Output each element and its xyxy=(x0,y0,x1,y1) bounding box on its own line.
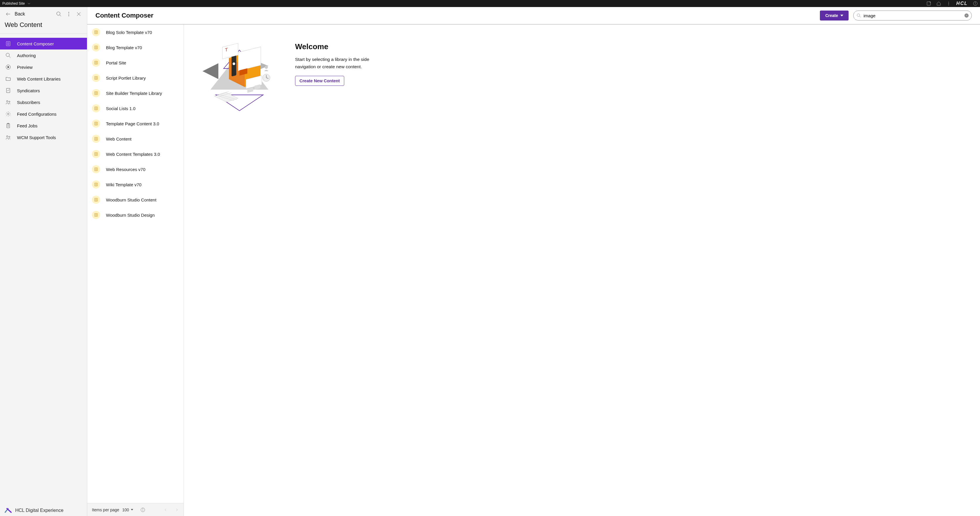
create-button-label: Create xyxy=(825,13,838,18)
search-icon xyxy=(856,13,861,18)
library-icon xyxy=(92,211,100,219)
site-selector[interactable]: Published Site xyxy=(2,1,31,6)
search-input[interactable] xyxy=(864,13,962,18)
library-item[interactable]: Portal Site xyxy=(87,55,183,70)
sidebar-title: Web Content xyxy=(0,20,87,34)
svg-rect-27 xyxy=(7,124,10,128)
library-item[interactable]: Script Portlet Library xyxy=(87,70,183,86)
site-selector-label: Published Site xyxy=(2,2,25,6)
svg-point-32 xyxy=(9,136,10,137)
hcl-logo: HCL xyxy=(956,1,968,6)
page-prev-icon[interactable] xyxy=(164,508,168,512)
create-new-content-button[interactable]: Create New Content xyxy=(295,76,344,86)
library-icon xyxy=(92,104,100,113)
svg-rect-23 xyxy=(6,88,10,93)
library-item[interactable]: Web Content Templates 3.0 xyxy=(87,147,183,162)
library-label: Web Content Templates 3.0 xyxy=(106,152,160,157)
library-label: Wiki Template v70 xyxy=(106,182,142,187)
nav-item-label: Subscribers xyxy=(17,100,40,105)
nav-item-content-composer[interactable]: Content Composer xyxy=(0,38,87,49)
nav-item-label: Feed Jobs xyxy=(17,123,37,128)
create-button[interactable]: Create xyxy=(820,11,849,21)
library-item[interactable]: Blog Template v70 xyxy=(87,40,183,55)
svg-line-34 xyxy=(859,16,861,17)
nav-item-web-content-libraries[interactable]: Web Content Libraries xyxy=(0,73,87,84)
svg-text:T: T xyxy=(225,46,228,53)
nav-item-label: Authoring xyxy=(17,53,36,58)
svg-point-19 xyxy=(6,53,10,57)
library-item[interactable]: Woodburn Studio Content xyxy=(87,192,183,207)
welcome-pane: T xyxy=(184,25,980,516)
info-icon[interactable] xyxy=(140,507,145,513)
gear-icon xyxy=(5,111,11,117)
home-icon[interactable] xyxy=(936,1,941,6)
folder-icon xyxy=(5,76,11,82)
back-button[interactable]: Back xyxy=(5,11,25,17)
nav-item-feed-jobs[interactable]: Feed Jobs xyxy=(0,120,87,132)
library-label: Script Portlet Library xyxy=(106,76,146,81)
nav-item-syndicators[interactable]: Syndicators xyxy=(0,84,87,96)
library-icon xyxy=(92,150,100,158)
chevron-down-icon xyxy=(27,1,31,6)
library-icon xyxy=(92,180,100,189)
svg-point-25 xyxy=(9,101,10,102)
nav-item-label: Syndicators xyxy=(17,88,40,93)
svg-point-10 xyxy=(68,12,69,13)
info-icon[interactable] xyxy=(973,1,978,6)
checklist-icon xyxy=(5,88,11,93)
people-icon xyxy=(5,134,11,140)
nav-item-label: Web Content Libraries xyxy=(17,76,60,81)
svg-point-12 xyxy=(68,16,69,16)
library-item[interactable]: Social Lists 1.0 xyxy=(87,101,183,116)
close-icon[interactable] xyxy=(76,11,82,17)
chevron-down-icon xyxy=(840,14,843,16)
per-page-selector[interactable]: 100 xyxy=(122,508,133,512)
svg-line-20 xyxy=(9,56,11,58)
svg-marker-92 xyxy=(202,63,218,79)
topbar: Published Site HCL xyxy=(0,0,980,7)
library-item[interactable]: Web Resources v70 xyxy=(87,162,183,177)
clear-search-button[interactable] xyxy=(964,13,969,18)
svg-point-8 xyxy=(57,12,60,16)
svg-point-26 xyxy=(8,113,9,115)
library-item[interactable]: Woodburn Studio Design xyxy=(87,207,183,223)
library-icon xyxy=(92,119,100,128)
content-composer-icon xyxy=(5,41,11,46)
library-item[interactable]: Template Page Content 3.0 xyxy=(87,116,183,131)
chevron-down-icon xyxy=(131,509,133,510)
library-icon xyxy=(92,74,100,82)
library-label: Web Resources v70 xyxy=(106,167,145,172)
search-box[interactable] xyxy=(853,11,972,21)
nav-item-preview[interactable]: Preview xyxy=(0,61,87,73)
kebab-menu-icon[interactable] xyxy=(947,1,951,6)
library-label: Template Page Content 3.0 xyxy=(106,121,159,126)
svg-point-24 xyxy=(6,100,8,102)
back-label: Back xyxy=(14,11,25,17)
nav-item-feed-configurations[interactable]: Feed Configurations xyxy=(0,108,87,120)
library-icon xyxy=(92,59,100,67)
nav-item-label: Feed Configurations xyxy=(17,111,56,116)
library-label: Social Lists 1.0 xyxy=(106,106,135,111)
library-icon xyxy=(92,89,100,97)
sidebar-nav: Content Composer Authoring Preview Web C… xyxy=(0,34,87,143)
svg-point-31 xyxy=(6,135,8,137)
nav-item-subscribers[interactable]: Subscribers xyxy=(0,96,87,108)
arrow-left-icon xyxy=(5,11,11,17)
library-item[interactable]: Wiki Template v70 xyxy=(87,177,183,192)
svg-rect-0 xyxy=(927,2,931,5)
nav-item-authoring[interactable]: Authoring xyxy=(0,49,87,61)
library-item[interactable]: Site Builder Template Library xyxy=(87,86,183,101)
search-icon[interactable] xyxy=(56,11,62,17)
nav-item-wcm-support-tools[interactable]: WCM Support Tools xyxy=(0,132,87,143)
people-icon xyxy=(5,99,11,105)
svg-point-2 xyxy=(948,3,949,3)
open-new-window-icon[interactable] xyxy=(926,1,931,6)
library-label: Woodburn Studio Content xyxy=(106,197,156,202)
kebab-menu-icon[interactable] xyxy=(66,11,72,17)
library-icon xyxy=(92,43,100,51)
library-item[interactable]: Blog Solo Template v70 xyxy=(87,25,183,40)
welcome-illustration: T xyxy=(199,42,280,510)
page-next-icon[interactable] xyxy=(175,508,179,512)
library-item[interactable]: Web Content xyxy=(87,131,183,147)
svg-point-109 xyxy=(265,65,268,69)
